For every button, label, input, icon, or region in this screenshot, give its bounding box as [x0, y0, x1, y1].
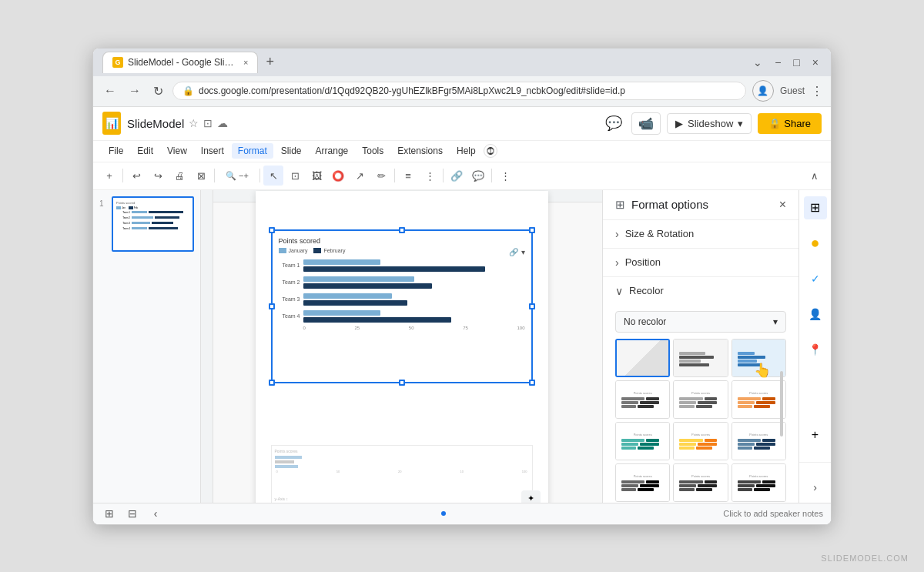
- selection-handle-left[interactable]: [269, 303, 275, 309]
- sync-icon[interactable]: ☁: [217, 117, 228, 129]
- recolor-option-yellow[interactable]: Points scores: [673, 422, 728, 460]
- recolor-option-dark-gray[interactable]: Points scores: [615, 380, 670, 419]
- toolbar-comment-button[interactable]: 💬: [468, 166, 488, 186]
- chart-element[interactable]: Points scored January Februar: [271, 229, 533, 383]
- sidebar-notifications-button[interactable]: ●: [804, 232, 827, 255]
- recolor-option-blue-tint[interactable]: [732, 339, 786, 377]
- menu-view[interactable]: View: [161, 143, 193, 159]
- size-rotation-header[interactable]: › Size & Rotation: [603, 220, 798, 248]
- recolor-option-gray-blue[interactable]: Points scores: [673, 380, 728, 419]
- view-grid-button[interactable]: ⊞: [101, 505, 118, 522]
- sidebar-explore-button[interactable]: ⊞: [804, 196, 827, 219]
- tab-close-button[interactable]: ×: [243, 58, 248, 67]
- selection-handle-right[interactable]: [529, 303, 535, 309]
- share-button[interactable]: 🔒 Share: [758, 113, 822, 134]
- toolbar-align-button[interactable]: ≡: [398, 166, 418, 186]
- sidebar-contacts-button[interactable]: 👤: [804, 303, 827, 326]
- toolbar-add-button[interactable]: +: [99, 166, 119, 186]
- meet-button[interactable]: 📹: [631, 112, 661, 135]
- recolor-option-teal[interactable]: Points scores: [615, 422, 670, 460]
- chart-expand-icon[interactable]: ▾: [521, 248, 525, 256]
- sidebar-add-button[interactable]: +: [804, 423, 827, 447]
- recolor-option-black1[interactable]: Points scores: [615, 463, 670, 502]
- profile-button[interactable]: 👤: [752, 80, 774, 102]
- menu-insert[interactable]: Insert: [195, 143, 230, 159]
- new-tab-button[interactable]: +: [261, 54, 279, 70]
- menu-help[interactable]: Help: [450, 143, 482, 159]
- toolbar-redo-button[interactable]: ↪: [148, 166, 168, 186]
- menu-extensions[interactable]: Extensions: [391, 143, 449, 159]
- recolor-option-black3[interactable]: Points scores: [732, 463, 786, 502]
- position-header[interactable]: › Position: [603, 249, 798, 276]
- maximize-window-button[interactable]: □: [790, 55, 802, 70]
- canvas-area[interactable]: Points scored January Februar: [201, 190, 602, 503]
- close-window-button[interactable]: ×: [809, 55, 822, 70]
- browser-more-button[interactable]: ⋮: [811, 84, 823, 99]
- star-icon[interactable]: ☆: [189, 117, 199, 129]
- forward-button[interactable]: →: [126, 82, 144, 99]
- toolbar-image-button[interactable]: 🖼: [306, 166, 326, 186]
- selection-handle-topright[interactable]: [529, 227, 535, 233]
- chart-link-icon[interactable]: 🔗: [509, 248, 518, 256]
- toolbar-pen-button[interactable]: ✏: [371, 166, 391, 186]
- toolbar-collapse-button[interactable]: ∧: [805, 166, 825, 186]
- add-to-drive-icon[interactable]: ⊡: [203, 117, 213, 129]
- recolor-option-no-recolor[interactable]: [615, 339, 670, 377]
- sidebar-expand-button[interactable]: ›: [810, 478, 820, 497]
- smart-compose-button[interactable]: ✦: [521, 490, 541, 503]
- minimize-button[interactable]: ⌄: [750, 55, 765, 70]
- comments-button[interactable]: 💬: [602, 112, 625, 135]
- reload-button[interactable]: ↻: [150, 82, 166, 100]
- recolor-option-dark-blue[interactable]: Points scores: [732, 422, 786, 460]
- menu-tools[interactable]: Tools: [356, 143, 390, 159]
- toolbar-shapes-button[interactable]: ⭕: [328, 166, 348, 186]
- selection-handle-top[interactable]: [399, 227, 405, 233]
- toolbar-line-button[interactable]: ↗: [350, 166, 370, 186]
- sidebar-tasks-button[interactable]: ✓: [804, 267, 827, 290]
- menu-format[interactable]: Format: [232, 143, 273, 159]
- recolor-option-black2[interactable]: Points scores: [673, 463, 728, 502]
- back-button[interactable]: ←: [101, 82, 119, 99]
- toolbar-textbox-button[interactable]: ⊡: [285, 166, 305, 186]
- recolor-header[interactable]: ∨ Recolor: [603, 277, 798, 305]
- recolor-option-orange[interactable]: Points scores: [732, 380, 786, 419]
- toolbar-zoom-button[interactable]: 🔍 −+: [218, 166, 256, 186]
- recolor-option-light-gray[interactable]: [673, 339, 728, 377]
- menu-accessibility[interactable]: ⓵: [484, 144, 497, 158]
- toolbar-paintformat-button[interactable]: ⊠: [191, 166, 211, 186]
- slide-1-thumbnail[interactable]: Points scored Jan Feb Team 1 Team 2 Team…: [112, 196, 194, 252]
- selection-handle-bottomleft[interactable]: [269, 380, 275, 386]
- profile-label: Guest: [780, 85, 805, 96]
- recolor-thumb-black1: Points scores: [616, 464, 669, 501]
- selection-handle-bottomright[interactable]: [529, 380, 535, 386]
- menu-file[interactable]: File: [102, 143, 129, 159]
- document-title[interactable]: SlideModel: [127, 117, 184, 130]
- menu-slide[interactable]: Slide: [275, 143, 308, 159]
- menu-arrange[interactable]: Arrange: [310, 143, 355, 159]
- chart-axis: 0 25 50 75 100: [279, 326, 525, 330]
- selection-handle-topleft[interactable]: [269, 227, 275, 233]
- toolbar-link-button[interactable]: 🔗: [447, 166, 467, 186]
- toolbar-more-button[interactable]: ⋮: [495, 166, 515, 186]
- address-bar[interactable]: 🔒 docs.google.com/presentation/d/1Qqd92Q…: [172, 82, 746, 100]
- chart-partial: Points scores 0 50 20: [271, 445, 533, 503]
- toolbar-print-button[interactable]: 🖨: [169, 166, 189, 186]
- scroll-indicator[interactable]: [780, 371, 783, 437]
- toolbar-columns-button[interactable]: ⋮: [420, 166, 440, 186]
- recolor-dropdown[interactable]: No recolor ▾: [615, 311, 786, 333]
- minimize-window-button[interactable]: −: [772, 55, 784, 70]
- view-filmstrip-button[interactable]: ⊟: [124, 505, 141, 522]
- selection-handle-bottom[interactable]: [399, 380, 405, 386]
- collapse-panel-button[interactable]: ‹: [147, 505, 164, 522]
- menu-edit[interactable]: Edit: [131, 143, 159, 159]
- toolbar-cursor-button[interactable]: ↖: [263, 166, 283, 186]
- browser-tab[interactable]: G SlideModel - Google Slides ×: [102, 52, 258, 73]
- slide-dot-1[interactable]: [441, 511, 446, 516]
- format-panel-close-button[interactable]: ×: [779, 198, 786, 212]
- chart-row-team2: Team 2: [279, 276, 525, 289]
- toolbar-undo-button[interactable]: ↩: [126, 166, 146, 186]
- sidebar-maps-button[interactable]: 📍: [804, 338, 827, 361]
- position-title: › Position: [615, 256, 661, 269]
- slideshow-button[interactable]: ▶ Slideshow ▾: [667, 113, 752, 134]
- add-speaker-notes-button[interactable]: Click to add speaker notes: [723, 509, 823, 518]
